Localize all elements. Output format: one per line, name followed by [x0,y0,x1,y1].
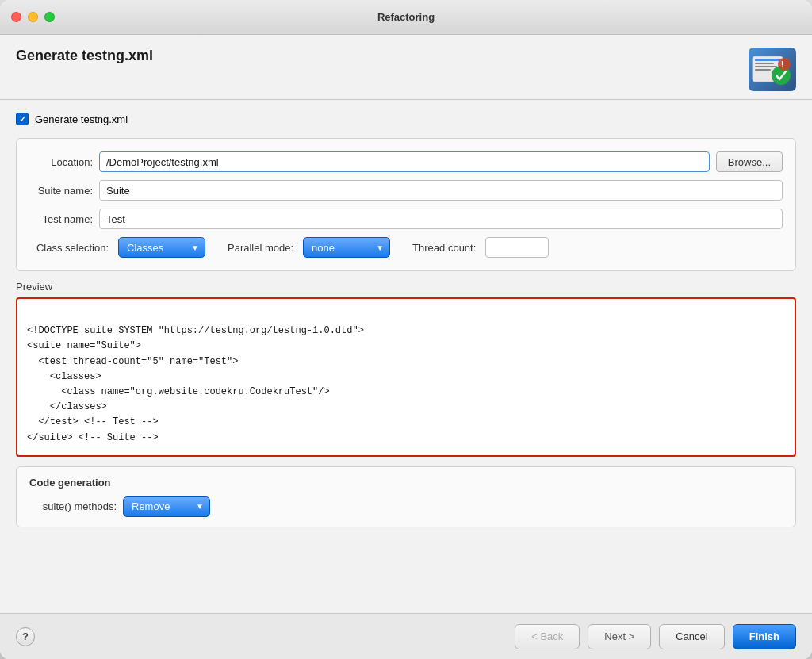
suite-name-row: Suite name: [29,180,783,201]
test-name-input[interactable] [99,209,783,229]
generate-checkbox[interactable] [16,113,29,125]
header-icon: ! [749,48,796,91]
svg-text:!: ! [781,60,783,69]
form-section: Location: Browse... Suite name: Test nam… [16,138,796,271]
suite-name-label: Suite name: [29,185,93,197]
header-section: Generate testng.xml ! [0,35,812,99]
help-button[interactable]: ? [16,627,35,646]
preview-label: Preview [16,281,796,293]
preview-box: <!DOCTYPE suite SYSTEM "https://testng.o… [16,297,796,457]
window-body: Generate testng.xml ! [0,35,812,659]
location-input[interactable] [99,151,710,172]
suite-name-input[interactable] [99,180,783,201]
thread-count-label: Thread count: [412,242,476,254]
thread-count-input[interactable] [485,237,549,258]
location-label: Location: [29,156,93,168]
svg-rect-3 [755,66,777,67]
page-title: Generate testng.xml [16,48,153,64]
class-selection-label: Class selection: [29,242,109,254]
footer-buttons: < Back Next > Cancel Finish [515,624,796,649]
footer: ? < Back Next > Cancel Finish [0,613,812,659]
finish-button[interactable]: Finish [733,624,796,649]
close-button[interactable] [11,12,21,22]
next-button[interactable]: Next > [588,624,651,649]
suite-methods-label: suite() methods: [29,500,117,512]
footer-left: ? [16,627,35,646]
svg-rect-4 [755,69,771,71]
browse-button[interactable]: Browse... [716,151,783,172]
svg-rect-2 [755,63,774,64]
maximize-button[interactable] [44,12,55,22]
preview-section: Preview <!DOCTYPE suite SYSTEM "https://… [16,281,796,457]
header-divider [0,99,812,100]
parallel-mode-label: Parallel mode: [228,242,293,254]
parallel-mode-wrapper: none methods classes tests ▼ [303,237,390,258]
test-name-row: Test name: [29,209,783,229]
window-title: Refactoring [377,11,435,23]
code-generation-title: Code generation [29,477,783,489]
class-selection-row: Class selection: Classes Methods ▼ Paral… [29,237,783,258]
minimize-button[interactable] [28,12,38,22]
main-window: Refactoring Generate testng.xml ! [0,0,812,659]
class-selection-wrapper: Classes Methods ▼ [118,237,205,258]
back-button[interactable]: < Back [515,624,580,649]
generate-checkbox-label: Generate testng.xml [35,113,128,125]
title-bar: Refactoring [0,0,812,35]
traffic-lights [11,12,55,22]
location-row: Location: Browse... [29,151,783,172]
suite-methods-select[interactable]: Remove Keep [123,496,210,517]
test-name-label: Test name: [29,213,93,225]
generate-checkbox-row: Generate testng.xml [16,109,796,128]
code-generation-section: Code generation suite() methods: Remove … [16,466,796,527]
svg-rect-1 [755,59,780,61]
svg-point-6 [778,58,791,71]
suite-methods-wrapper: Remove Keep ▼ [123,496,210,517]
cancel-button[interactable]: Cancel [659,624,724,649]
parallel-mode-select[interactable]: none methods classes tests [303,237,390,258]
suite-methods-row: suite() methods: Remove Keep ▼ [29,496,783,517]
main-content: Generate testng.xml Location: Browse... … [0,109,812,613]
class-selection-select[interactable]: Classes Methods [118,237,205,258]
